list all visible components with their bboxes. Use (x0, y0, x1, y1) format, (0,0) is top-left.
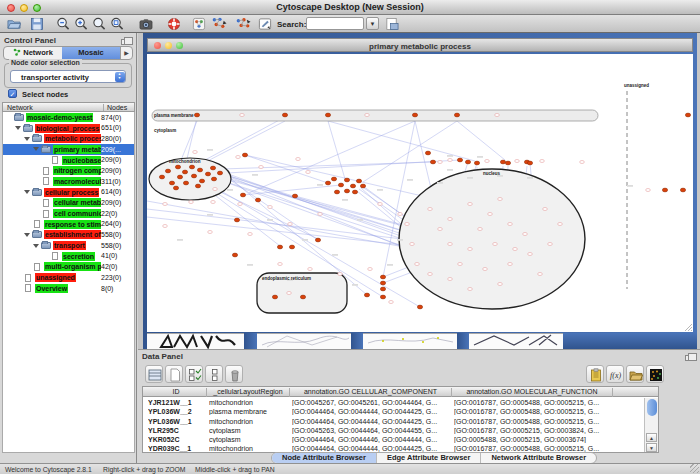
graph-node[interactable] (548, 243, 553, 246)
tree-row[interactable]: nitrogen compo209(0) (3, 165, 134, 176)
graph-node[interactable] (410, 243, 415, 246)
scroll-down-button[interactable]: ▼ (646, 443, 657, 452)
graph-edge[interactable] (328, 121, 345, 179)
graph-node-selected[interactable] (182, 170, 187, 174)
graph-node-selected[interactable] (232, 253, 237, 257)
table-row[interactable]: YPL036W__1mitochondrion[GO:0044464, GO:0… (143, 417, 644, 426)
graph-node[interactable] (478, 228, 483, 231)
graph-node[interactable] (498, 283, 503, 286)
graph-node-selected[interactable] (465, 160, 470, 164)
delete-attribute-button[interactable] (225, 365, 243, 383)
open-file-icon[interactable] (7, 17, 21, 31)
graph-node[interactable] (248, 233, 253, 236)
scrollbar-thumb[interactable] (647, 399, 657, 416)
combo-stepper[interactable]: ▲▼ (115, 72, 125, 83)
layout2-icon[interactable] (235, 17, 252, 31)
graph-node[interactable] (208, 231, 213, 234)
graph-node-selected[interactable] (205, 172, 210, 176)
matrix-button[interactable] (646, 365, 664, 383)
graph-node-selected[interactable] (505, 161, 510, 165)
column-header[interactable]: ID (146, 388, 207, 397)
zoom-fit-icon[interactable] (110, 17, 124, 31)
graph-node[interactable] (398, 213, 403, 216)
graph-node[interactable] (211, 201, 216, 204)
graph-node-selected[interactable] (417, 305, 422, 309)
function-builder-button[interactable]: f(x) (606, 365, 624, 383)
graph-node-selected[interactable] (199, 179, 204, 183)
tree-row[interactable]: macromolecule311(0) (3, 176, 134, 187)
graph-node-selected[interactable] (315, 238, 320, 242)
graph-node-selected[interactable] (680, 188, 685, 192)
graph-node-selected[interactable] (277, 245, 282, 249)
graph-node-selected[interactable] (364, 293, 369, 297)
graph-node-selected[interactable] (350, 184, 355, 188)
graph-node[interactable] (458, 263, 463, 266)
scroll-up-button[interactable]: ▲ (646, 433, 657, 442)
graph-node-selected[interactable] (457, 158, 462, 162)
graph-node-selected[interactable] (344, 178, 349, 182)
search-input[interactable] (306, 17, 364, 30)
graph-edge[interactable] (245, 155, 328, 183)
graph-node[interactable] (538, 273, 543, 276)
graph-node[interactable] (287, 292, 292, 295)
graph-edge[interactable] (210, 187, 318, 239)
canvas-resize-grip[interactable] (685, 324, 692, 331)
graph-node[interactable] (580, 161, 585, 164)
graph-node[interactable] (498, 198, 503, 201)
zoom-in-icon[interactable] (74, 17, 88, 31)
graph-node[interactable] (306, 171, 311, 174)
tab-overflow-button[interactable]: ▶ (120, 47, 132, 59)
layout-icon[interactable] (211, 17, 228, 31)
window-resize-grip[interactable] (690, 464, 699, 473)
graph-edge[interactable] (457, 121, 505, 160)
unselect-all-attributes-button[interactable] (205, 365, 223, 383)
graph-node[interactable] (438, 228, 443, 231)
tab-network-attribute-browser[interactable]: Network Attribute Browser (481, 453, 596, 463)
graph-node-selected[interactable] (173, 186, 178, 190)
node-color-combo[interactable]: transporter activity ▲▼ (10, 70, 126, 83)
graph-edge[interactable] (243, 185, 341, 195)
tree-row[interactable]: cellular process614(0) (3, 187, 134, 198)
tree-row[interactable]: cellular metabol209(0) (3, 198, 134, 209)
graph-node-selected[interactable] (217, 171, 222, 175)
help-icon[interactable] (167, 17, 181, 31)
graph-node[interactable] (438, 161, 443, 164)
graph-node-selected[interactable] (165, 169, 170, 173)
graph-node[interactable] (193, 151, 198, 154)
graph-node[interactable] (378, 203, 383, 206)
tree-row[interactable]: multi-organism pro42(0) (3, 262, 134, 273)
zoom-selected-icon[interactable] (92, 17, 106, 31)
column-header[interactable]: _cellularLayoutRegion (207, 388, 290, 397)
graph-node-selected[interactable] (474, 161, 479, 165)
graph-node-selected[interactable] (234, 218, 239, 222)
graph-node-selected[interactable] (183, 181, 188, 185)
graph-node-selected[interactable] (255, 198, 260, 202)
table-row[interactable]: YPL036W__2plasma membrane[GO:0044464, GO… (143, 407, 644, 416)
graph-node[interactable] (448, 243, 453, 246)
graph-node-selected[interactable] (685, 113, 690, 117)
graph-node[interactable] (468, 288, 473, 291)
tree-row[interactable]: unassigned223(0) (3, 272, 134, 283)
graph-node[interactable] (415, 263, 420, 266)
graph-node-selected[interactable] (344, 189, 349, 193)
graph-node-selected[interactable] (292, 194, 297, 198)
graph-node[interactable] (405, 223, 410, 226)
tab-network[interactable]: Network (4, 47, 62, 59)
graph-node-selected[interactable] (331, 177, 336, 181)
graph-node[interactable] (468, 203, 473, 206)
graph-node[interactable] (513, 248, 518, 251)
graph-node-selected[interactable] (189, 165, 194, 169)
graph-node-selected[interactable] (177, 175, 182, 179)
graph-node-selected[interactable] (425, 151, 430, 155)
zoom-out-icon[interactable] (56, 17, 70, 31)
graph-node-selected[interactable] (325, 181, 330, 185)
graph-node-selected[interactable] (211, 177, 216, 181)
tree-row[interactable]: response to stimulu264(0) (3, 219, 134, 230)
graph-edge[interactable] (249, 121, 415, 193)
graph-node[interactable] (523, 233, 528, 236)
select-nodes-checkbox[interactable]: ✓ (8, 89, 17, 98)
graph-node[interactable] (448, 159, 453, 162)
graph-node[interactable] (448, 278, 453, 281)
graph-node[interactable] (428, 273, 433, 276)
graph-node-selected[interactable] (282, 113, 287, 117)
